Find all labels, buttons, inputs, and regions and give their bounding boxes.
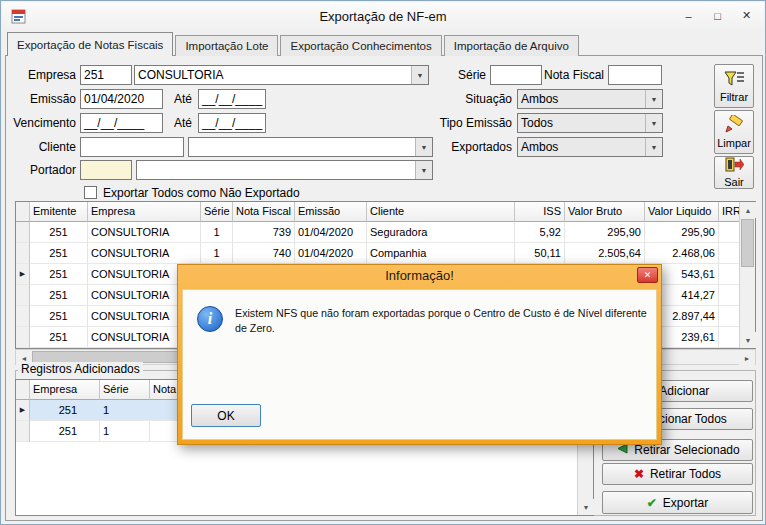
ok-button[interactable]: OK [191, 404, 261, 427]
grid-cell[interactable]: 251 [30, 400, 100, 421]
grid-cell[interactable] [719, 327, 739, 348]
grid-cell[interactable]: 739 [233, 222, 295, 243]
tab-exportacao-notas-fiscais[interactable]: Exportação de Notas Fiscais [7, 32, 173, 56]
row-selector[interactable] [16, 285, 30, 306]
column-header[interactable]: Nota Fiscal [233, 202, 295, 222]
nota-fiscal-input[interactable] [608, 65, 662, 85]
table-row[interactable]: 251CONSULTORIA173901/04/2020Seguradora5,… [16, 222, 739, 243]
vencimento-to-input[interactable]: __/__/____ [198, 113, 266, 133]
exit-door-icon-button[interactable]: Sair [714, 156, 754, 189]
tab-importacao-arquivo[interactable]: Importação de Arquivo [444, 35, 579, 56]
grid-cell[interactable]: 1 [201, 243, 233, 264]
situacao-combo[interactable]: Ambos ▼ [517, 89, 663, 109]
grid-cell[interactable]: 251 [30, 264, 88, 285]
scroll-down-icon[interactable]: ▼ [578, 499, 594, 515]
column-header[interactable]: Emitente [30, 202, 88, 222]
grid-cell[interactable]: Companhia [367, 243, 515, 264]
column-header[interactable]: Série [100, 380, 150, 400]
empresa-code-input[interactable]: 251 [80, 65, 132, 85]
column-header[interactable]: IRRF [719, 202, 739, 222]
dropdown-arrow-icon[interactable]: ▼ [415, 161, 432, 179]
exportar-todos-checkbox-label: Exportar Todos como Não Exportado [103, 183, 300, 203]
row-selector[interactable] [16, 327, 30, 348]
grid-cell[interactable]: 251 [30, 327, 88, 348]
grid-cell[interactable]: 1 [201, 222, 233, 243]
column-header[interactable]: Empresa [30, 380, 100, 400]
column-header[interactable]: Empresa [88, 202, 201, 222]
exportar-button[interactable]: ✔ Exportar [602, 491, 753, 514]
dropdown-arrow-icon[interactable]: ▼ [415, 138, 432, 156]
row-selector[interactable] [16, 306, 30, 327]
scroll-thumb[interactable] [741, 219, 754, 267]
column-header[interactable]: ISS [515, 202, 565, 222]
grid-cell[interactable]: 251 [30, 285, 88, 306]
grid-cell[interactable]: 1 [100, 421, 150, 442]
exportar-todos-checkbox[interactable] [84, 186, 97, 199]
tab-exportacao-conhecimentos[interactable]: Exportação Conhecimentos [280, 35, 441, 56]
column-header[interactable]: Série [201, 202, 233, 222]
grid-cell[interactable]: 01/04/2020 [295, 222, 367, 243]
column-header[interactable]: Valor Bruto [565, 202, 645, 222]
row-selector[interactable]: ▶ [16, 400, 30, 421]
limpar-button[interactable]: Limpar [714, 110, 754, 154]
grid-cell[interactable]: 295,90 [645, 222, 719, 243]
grid-cell[interactable]: 2.468,06 [645, 243, 719, 264]
portador-combo[interactable]: ▼ [136, 160, 433, 180]
dialog-close-icon[interactable]: ✕ [637, 267, 658, 283]
vencimento-from-input[interactable]: __/__/____ [80, 113, 163, 133]
row-selector[interactable] [16, 243, 30, 264]
scroll-right-icon[interactable]: ► [739, 350, 755, 366]
maximize-icon[interactable]: □ [703, 5, 732, 26]
retirar-todos-button[interactable]: ✖ Retirar Todos [602, 463, 753, 485]
grid-cell[interactable] [719, 306, 739, 327]
grid-cell[interactable]: 251 [30, 306, 88, 327]
grid-cell[interactable]: 50,11 [515, 243, 565, 264]
minimize-icon[interactable]: – [674, 5, 703, 26]
row-selector[interactable]: ▶ [16, 264, 30, 285]
grid-cell[interactable] [719, 264, 739, 285]
tipo-emissao-combo[interactable]: Todos ▼ [517, 113, 663, 133]
row-selector[interactable] [16, 421, 30, 442]
dropdown-arrow-icon[interactable]: ▼ [645, 90, 662, 108]
grid-cell[interactable]: 5,92 [515, 222, 565, 243]
dropdown-arrow-icon[interactable]: ▼ [645, 114, 662, 132]
portador-code-input[interactable] [80, 160, 132, 180]
grid-cell[interactable] [719, 243, 739, 264]
exportados-combo[interactable]: Ambos ▼ [517, 137, 663, 157]
table-row[interactable]: 251CONSULTORIA174001/04/2020Companhia50,… [16, 243, 739, 264]
serie-label: Série [420, 65, 486, 85]
grid-cell[interactable]: 740 [233, 243, 295, 264]
emissao-label: Emissão [6, 89, 76, 109]
close-icon[interactable]: ✕ [732, 5, 761, 26]
scroll-down-icon[interactable]: ▼ [740, 332, 756, 348]
grid-cell[interactable]: CONSULTORIA [88, 243, 201, 264]
cliente-combo[interactable]: ▼ [188, 137, 433, 157]
grid-cell[interactable] [719, 285, 739, 306]
grid-cell[interactable] [719, 222, 739, 243]
grid-cell[interactable]: 295,90 [565, 222, 645, 243]
grid-cell[interactable]: 251 [30, 421, 100, 442]
grid-cell[interactable]: 01/04/2020 [295, 243, 367, 264]
grid-cell[interactable]: 251 [30, 243, 88, 264]
registros-adicionados-title: Registros Adicionados [18, 362, 143, 377]
emissao-to-input[interactable]: __/__/____ [198, 89, 266, 109]
scroll-up-icon[interactable]: ▲ [740, 202, 756, 218]
empresa-combo[interactable]: CONSULTORIA ▼ [134, 65, 429, 85]
column-header[interactable]: Valor Liquido [645, 202, 719, 222]
filtrar-button[interactable]: Filtrar [714, 64, 754, 108]
cliente-code-input[interactable] [80, 137, 184, 157]
portador-label: Portador [6, 160, 76, 180]
row-selector[interactable] [16, 222, 30, 243]
column-header[interactable]: Emissão [295, 202, 367, 222]
grid-cell[interactable]: Seguradora [367, 222, 515, 243]
grid-cell[interactable]: CONSULTORIA [88, 222, 201, 243]
serie-input[interactable] [490, 65, 542, 85]
dropdown-arrow-icon[interactable]: ▼ [645, 138, 662, 156]
grid-cell[interactable]: 2.505,64 [565, 243, 645, 264]
emissao-from-input[interactable]: 01/04/2020 [80, 89, 163, 109]
grid-cell[interactable]: 251 [30, 222, 88, 243]
tab-importacao-lote[interactable]: Importação Lote [175, 35, 278, 56]
column-header[interactable]: Cliente [367, 202, 515, 222]
grid-cell[interactable]: 1 [100, 400, 150, 421]
nf-grid-vscrollbar[interactable]: ▲ ▼ [739, 202, 755, 348]
